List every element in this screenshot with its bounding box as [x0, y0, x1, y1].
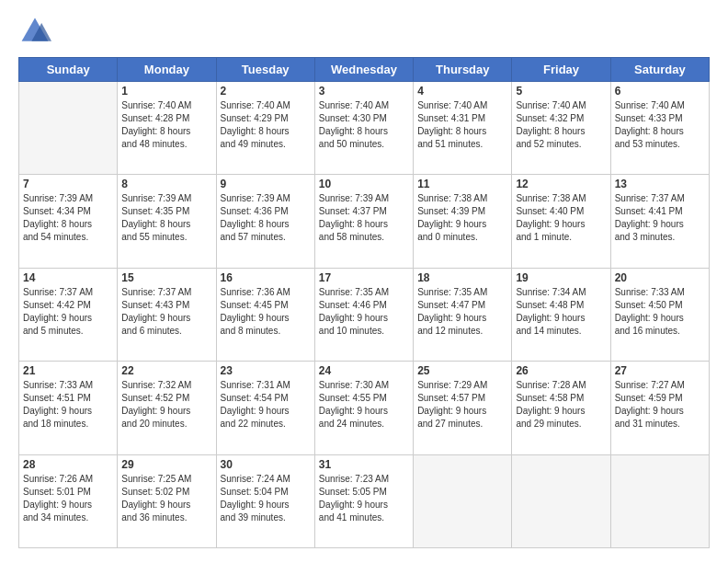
cell-text-line: Daylight: 8 hours: [221, 218, 311, 231]
cell-text-line: and 54 minutes.: [23, 231, 113, 244]
cell-text-line: Daylight: 9 hours: [221, 312, 311, 325]
cell-text-line: Daylight: 9 hours: [615, 312, 705, 325]
day-number: 1: [121, 85, 211, 98]
day-number: 15: [121, 271, 211, 284]
cell-text-line: Daylight: 9 hours: [23, 312, 113, 325]
cell-text-line: Sunset: 4:40 PM: [516, 205, 606, 218]
day-number: 26: [516, 364, 606, 377]
cell-text-line: Sunset: 4:34 PM: [23, 205, 113, 218]
cell-text-line: Sunrise: 7:39 AM: [23, 192, 113, 205]
day-number: 14: [23, 271, 113, 284]
cell-text-line: Sunset: 4:58 PM: [516, 392, 606, 405]
cell-text-line: Sunset: 4:52 PM: [121, 392, 211, 405]
cell-text-line: Sunrise: 7:33 AM: [23, 379, 113, 392]
cell-text-line: Daylight: 8 hours: [221, 125, 311, 138]
weekday-header-sunday: Sunday: [19, 58, 118, 82]
cell-text-line: and 58 minutes.: [319, 231, 409, 244]
day-number: 28: [23, 458, 113, 471]
cell-text-line: Sunrise: 7:38 AM: [417, 192, 507, 205]
calendar-cell: 9Sunrise: 7:39 AMSunset: 4:36 PMDaylight…: [216, 175, 314, 268]
cell-text-line: Sunrise: 7:39 AM: [319, 192, 409, 205]
day-number: 24: [319, 364, 409, 377]
cell-text-line: Daylight: 9 hours: [417, 312, 507, 325]
cell-text-line: Sunset: 4:50 PM: [615, 299, 705, 312]
calendar-cell: 21Sunrise: 7:33 AMSunset: 4:51 PMDayligh…: [19, 362, 118, 454]
cell-text-line: Sunrise: 7:37 AM: [121, 286, 211, 299]
cell-text-line: and 3 minutes.: [615, 231, 705, 244]
week-row-5: 28Sunrise: 7:26 AMSunset: 5:01 PMDayligh…: [19, 454, 710, 547]
day-number: 29: [121, 458, 211, 471]
day-number: 8: [121, 178, 211, 190]
cell-text-line: and 51 minutes.: [417, 138, 507, 151]
cell-text-line: Sunset: 4:45 PM: [221, 299, 311, 312]
week-row-3: 14Sunrise: 7:37 AMSunset: 4:42 PMDayligh…: [19, 268, 710, 361]
cell-text-line: and 55 minutes.: [121, 231, 211, 244]
cell-text-line: Sunrise: 7:37 AM: [615, 192, 705, 205]
cell-text-line: Daylight: 9 hours: [516, 218, 606, 231]
cell-text-line: Sunrise: 7:25 AM: [121, 473, 211, 486]
cell-text-line: Daylight: 8 hours: [417, 125, 507, 138]
weekday-header-tuesday: Tuesday: [216, 58, 314, 82]
cell-text-line: and 20 minutes.: [121, 418, 211, 431]
calendar-cell: 2Sunrise: 7:40 AMSunset: 4:29 PMDaylight…: [216, 82, 314, 175]
cell-text-line: Sunrise: 7:34 AM: [516, 286, 606, 299]
cell-text-line: and 18 minutes.: [23, 418, 113, 431]
calendar-table: SundayMondayTuesdayWednesdayThursdayFrid…: [18, 57, 710, 548]
calendar-cell: 29Sunrise: 7:25 AMSunset: 5:02 PMDayligh…: [118, 454, 216, 547]
cell-text-line: and 12 minutes.: [417, 325, 507, 338]
cell-text-line: and 53 minutes.: [615, 138, 705, 151]
day-number: 7: [23, 178, 113, 190]
day-number: 27: [615, 364, 705, 377]
week-row-2: 7Sunrise: 7:39 AMSunset: 4:34 PMDaylight…: [19, 175, 710, 268]
cell-text-line: Sunset: 4:28 PM: [121, 112, 211, 125]
cell-text-line: Sunset: 4:39 PM: [417, 205, 507, 218]
cell-text-line: Sunset: 4:59 PM: [615, 392, 705, 405]
calendar-cell: 11Sunrise: 7:38 AMSunset: 4:39 PMDayligh…: [414, 175, 512, 268]
day-number: 30: [221, 458, 311, 471]
day-number: 22: [121, 364, 211, 377]
cell-text-line: Sunset: 4:29 PM: [221, 112, 311, 125]
day-number: 17: [319, 271, 409, 284]
cell-text-line: and 24 minutes.: [319, 418, 409, 431]
cell-text-line: Daylight: 9 hours: [23, 499, 113, 511]
calendar-cell: 31Sunrise: 7:23 AMSunset: 5:05 PMDayligh…: [314, 454, 413, 547]
cell-text-line: Sunset: 4:51 PM: [23, 392, 113, 405]
day-number: 2: [221, 85, 311, 98]
day-number: 18: [417, 271, 507, 284]
cell-text-line: Daylight: 9 hours: [319, 499, 409, 511]
calendar-cell: 25Sunrise: 7:29 AMSunset: 4:57 PMDayligh…: [414, 362, 512, 454]
cell-text-line: Daylight: 9 hours: [417, 405, 507, 418]
cell-text-line: Daylight: 9 hours: [121, 312, 211, 325]
cell-text-line: Daylight: 9 hours: [221, 405, 311, 418]
cell-text-line: Sunset: 4:37 PM: [319, 205, 409, 218]
cell-text-line: Daylight: 9 hours: [417, 218, 507, 231]
day-number: 19: [516, 271, 606, 284]
cell-text-line: Sunset: 4:33 PM: [615, 112, 705, 125]
cell-text-line: Sunrise: 7:35 AM: [417, 286, 507, 299]
cell-text-line: and 8 minutes.: [221, 325, 311, 338]
cell-text-line: Sunrise: 7:29 AM: [417, 379, 507, 392]
cell-text-line: and 29 minutes.: [516, 418, 606, 431]
cell-text-line: Daylight: 8 hours: [615, 125, 705, 138]
calendar-cell: [610, 454, 709, 547]
calendar-cell: 23Sunrise: 7:31 AMSunset: 4:54 PMDayligh…: [216, 362, 314, 454]
cell-text-line: Sunset: 4:32 PM: [516, 112, 606, 125]
calendar-cell: 7Sunrise: 7:39 AMSunset: 4:34 PMDaylight…: [19, 175, 118, 268]
cell-text-line: and 57 minutes.: [221, 231, 311, 244]
day-number: 5: [516, 85, 606, 98]
calendar-cell: 14Sunrise: 7:37 AMSunset: 4:42 PMDayligh…: [19, 268, 118, 361]
cell-text-line: Sunset: 4:36 PM: [221, 205, 311, 218]
calendar-cell: 13Sunrise: 7:37 AMSunset: 4:41 PMDayligh…: [610, 175, 709, 268]
cell-text-line: Sunrise: 7:38 AM: [516, 192, 606, 205]
cell-text-line: Sunset: 4:30 PM: [319, 112, 409, 125]
cell-text-line: and 14 minutes.: [516, 325, 606, 338]
day-number: 23: [221, 364, 311, 377]
cell-text-line: and 5 minutes.: [23, 325, 113, 338]
day-number: 9: [221, 178, 311, 190]
cell-text-line: Sunset: 5:01 PM: [23, 486, 113, 499]
cell-text-line: Sunrise: 7:39 AM: [121, 192, 211, 205]
cell-text-line: Daylight: 8 hours: [516, 125, 606, 138]
cell-text-line: Sunrise: 7:28 AM: [516, 379, 606, 392]
cell-text-line: and 16 minutes.: [615, 325, 705, 338]
cell-text-line: Daylight: 8 hours: [23, 218, 113, 231]
